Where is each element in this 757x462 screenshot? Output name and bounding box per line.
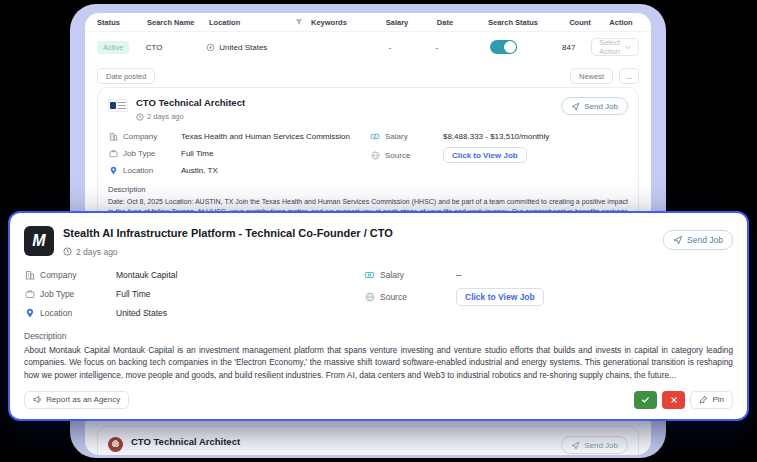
reject-button[interactable] xyxy=(662,391,685,409)
send-job-button[interactable]: Send Job xyxy=(561,436,628,454)
company-label: Company xyxy=(123,132,181,141)
pushpin-icon xyxy=(699,395,708,404)
location-label: Location xyxy=(40,308,116,318)
job-title: CTO Technical Architect xyxy=(136,97,245,108)
more-options-label: ... xyxy=(626,72,632,81)
send-job-label: Send Job xyxy=(584,102,618,111)
focused-job-card[interactable]: M Stealth AI Infrastructure Platform - T… xyxy=(8,211,749,421)
date-posted-filter-button[interactable]: Date posted xyxy=(97,68,155,84)
send-icon xyxy=(571,102,580,111)
select-action-label: Select Action xyxy=(599,38,620,56)
chevron-down-icon xyxy=(624,45,631,50)
send-icon xyxy=(571,441,580,450)
posted-time: 2 days ago xyxy=(147,112,184,121)
location-value: United States xyxy=(116,308,167,318)
toggle-knob xyxy=(504,41,516,53)
report-agency-label: Report as an Agency xyxy=(46,395,120,404)
filter-funnel-icon[interactable] xyxy=(295,18,303,26)
job-title: CTO Technical Architect xyxy=(131,436,240,447)
more-options-button[interactable]: ... xyxy=(619,68,639,84)
view-job-button[interactable]: Click to View Job xyxy=(443,147,527,163)
location-target-icon xyxy=(206,43,215,52)
clock-icon xyxy=(136,113,144,121)
col-action: Action xyxy=(603,18,639,27)
source-label: Source xyxy=(380,292,456,302)
col-keywords: Keywords xyxy=(311,18,373,27)
montauk-logo: M xyxy=(24,226,54,256)
date-cell: - xyxy=(414,43,461,52)
search-status-toggle[interactable] xyxy=(490,40,517,54)
company-value: Texas Health and Human Services Commissi… xyxy=(181,132,350,141)
view-job-button[interactable]: Click to View Job xyxy=(456,288,544,306)
company-logo xyxy=(108,99,128,112)
job-type-value: Full Time xyxy=(181,149,213,158)
pin-button[interactable]: Pin xyxy=(690,391,733,409)
search-name-cell: CTO xyxy=(146,43,207,52)
job-title: Stealth AI Infrastructure Platform - Tec… xyxy=(63,226,395,241)
location-label: Location xyxy=(123,166,181,175)
check-icon xyxy=(641,395,650,404)
job-type-label: Job Type xyxy=(40,289,116,299)
send-job-label: Send Job xyxy=(584,441,618,450)
x-icon xyxy=(670,396,678,404)
briefcase-icon xyxy=(108,149,118,158)
col-salary: Salary xyxy=(373,18,421,27)
approve-button[interactable] xyxy=(634,391,657,409)
salary-icon xyxy=(370,132,380,141)
select-action-dropdown[interactable]: Select Action xyxy=(591,38,639,56)
company-value: Montauk Capital xyxy=(116,270,177,280)
description-label: Description xyxy=(108,185,628,194)
pin-label: Pin xyxy=(712,395,724,404)
col-date: Date xyxy=(421,18,469,27)
job-description: About Montauk Capital Montauk Capital is… xyxy=(24,344,733,383)
company-logo xyxy=(108,437,123,452)
col-status: Status xyxy=(97,18,147,27)
send-icon xyxy=(673,235,683,245)
megaphone-icon xyxy=(33,395,42,404)
salary-value: -- xyxy=(456,270,462,280)
building-icon xyxy=(108,132,118,141)
table-row[interactable]: Active CTO United States - - 847 Select … xyxy=(85,32,651,62)
source-label: Source xyxy=(385,151,443,160)
status-badge: Active xyxy=(97,41,129,54)
clock-icon xyxy=(63,247,72,256)
col-search-name: Search Name xyxy=(147,18,209,27)
send-job-button[interactable]: Send Job xyxy=(561,97,628,115)
col-search-status: Search Status xyxy=(469,18,557,27)
salary-label: Salary xyxy=(380,270,456,280)
report-agency-button[interactable]: Report as an Agency xyxy=(24,391,129,409)
location-pin-icon xyxy=(24,308,35,318)
location-value: Austin, TX xyxy=(181,166,218,175)
job-type-value: Full Time xyxy=(116,289,150,299)
globe-icon xyxy=(370,151,380,160)
send-job-button[interactable]: Send Job xyxy=(663,230,733,250)
job-card-bottom[interactable]: CTO Technical Architect Send Job xyxy=(97,426,639,455)
posted-time: 2 days ago xyxy=(76,247,118,257)
salary-icon xyxy=(364,270,375,280)
sort-newest-button[interactable]: Newest xyxy=(570,68,613,84)
company-label: Company xyxy=(40,270,116,280)
count-cell: 847 xyxy=(546,43,591,52)
description-label: Description xyxy=(24,331,733,341)
building-icon xyxy=(24,270,35,280)
briefcase-icon xyxy=(24,289,35,299)
date-posted-label: Date posted xyxy=(106,72,146,81)
location-cell: United States xyxy=(219,43,267,52)
send-job-label: Send Job xyxy=(687,235,723,245)
col-location-label: Location xyxy=(209,18,240,27)
salary-label: Salary xyxy=(385,132,443,141)
sort-label: Newest xyxy=(579,72,604,81)
col-location: Location xyxy=(209,18,311,27)
location-pin-icon xyxy=(108,166,118,175)
salary-value: $8,488.333 - $13,510/monthly xyxy=(443,132,549,141)
job-type-label: Job Type xyxy=(123,149,181,158)
globe-icon xyxy=(364,292,375,302)
salary-cell: - xyxy=(367,43,414,52)
table-header: Status Search Name Location Keywords Sal… xyxy=(85,13,651,32)
col-count: Count xyxy=(557,18,603,27)
